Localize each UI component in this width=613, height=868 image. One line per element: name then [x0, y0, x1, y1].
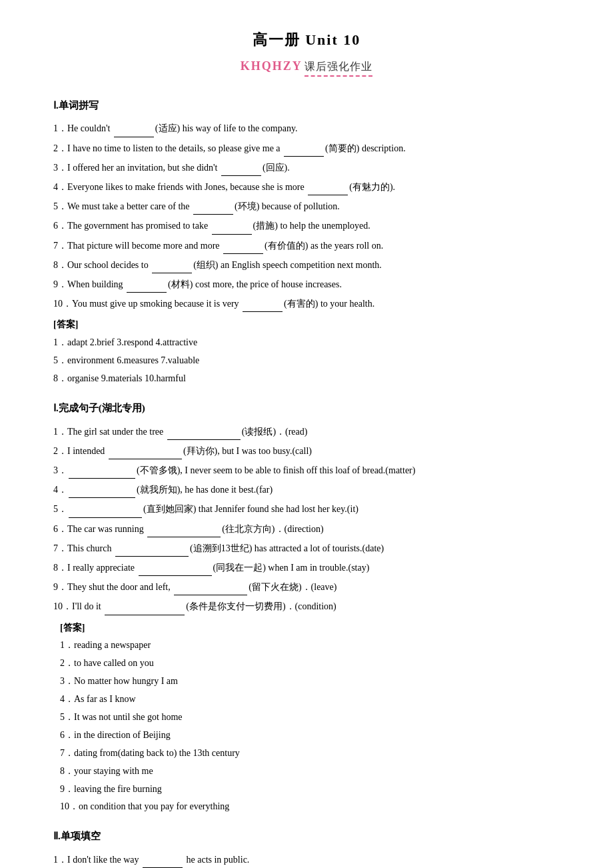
q1-4: 4．Everyone likes to make friends with Jo… [53, 179, 560, 195]
ans2-1: 1．reading a newspaper [60, 637, 560, 654]
q1-1: 1．He couldn't (适应) his way of life to th… [53, 120, 560, 137]
page-title: 高一册 Unit 10 KHQHZY 课后强化作业 [53, 27, 560, 77]
q2-1: 1．The girl sat under the tree (读报纸)．(rea… [53, 423, 560, 440]
section2-header: Ⅰ.完成句子(湖北专用) [53, 399, 560, 418]
q2-2: 2．I intended (拜访你), but I was too busy.(… [53, 443, 560, 459]
q1-9: 9．When building (材料) cost more, the pric… [53, 276, 560, 293]
q2-4: 4．(就我所知), he has done it best.(far) [53, 481, 560, 498]
q1-3: 3．I offered her an invitation, but she d… [53, 159, 560, 176]
section-multiple-choice: Ⅱ.单项填空 1．I don't like the way he acts in… [53, 827, 560, 868]
ans2-8: 8．your staying with me [60, 763, 560, 780]
section-spelling: Ⅰ.单词拼写 1．He couldn't (适应) his way of lif… [53, 97, 560, 387]
q2-7: 7．This church (追溯到13世纪) has attracted a … [53, 540, 560, 557]
section2-answers: [答案] 1．reading a newspaper 2．to have cal… [53, 619, 560, 816]
q2-3: 3．(不管多饿), I never seem to be able to fin… [53, 462, 560, 479]
ans2-9: 9．leaving the fire burning [60, 781, 560, 798]
q2-8: 8．I really appreciate (同我在一起) when I am … [53, 559, 560, 576]
ans2-5: 5．It was not until she got home [60, 709, 560, 726]
ans2-2: 2．to have called on you [60, 655, 560, 672]
ans2-3: 3．No matter how hungry I am [60, 673, 560, 690]
q1-8: 8．Our school decides to (组织) an English … [53, 257, 560, 273]
ans2-4: 4．As far as I know [60, 691, 560, 708]
answer1-row3: 8．organise 9.materials 10.harmful [53, 370, 560, 387]
q2-10: 10．I'll do it (条件是你支付一切费用)．(condition) [53, 598, 560, 615]
section1-answers: [答案] 1．adapt 2.brief 3.respond 4.attract… [53, 316, 560, 387]
q1-6: 6．The government has promised to take (措… [53, 217, 560, 234]
q1-5: 5．We must take a better care of the (环境)… [53, 198, 560, 215]
q1-2: 2．I have no time to listen to the detail… [53, 140, 560, 157]
q1-7: 7．That picture will become more and more… [53, 237, 560, 254]
subtitle-zh: 课后强化作业 [305, 60, 372, 77]
q2-6: 6．The car was running (往北京方向)．(direction… [53, 521, 560, 537]
q2-5: 5．(直到她回家) that Jennifer found she had lo… [53, 501, 560, 517]
ans2-7: 7．dating from(dating back to) the 13th c… [60, 745, 560, 762]
section1-header: Ⅰ.单词拼写 [53, 97, 560, 115]
q2-9: 9．They shut the door and left, (留下火在烧)．(… [53, 579, 560, 595]
answer1-row1: 1．adapt 2.brief 3.respond 4.attractive [53, 334, 560, 351]
section2-questions: 1．The girl sat under the tree (读报纸)．(rea… [53, 423, 560, 615]
ans2-6: 6．in the direction of Beijing [60, 727, 560, 744]
q1-10: 10．You must give up smoking because it i… [53, 295, 560, 312]
section3-header: Ⅱ.单项填空 [53, 827, 560, 846]
ans2-10: 10．on condition that you pay for everyth… [60, 798, 560, 815]
section1-questions: 1．He couldn't (适应) his way of life to th… [53, 120, 560, 312]
answer1-row2: 5．environment 6.measures 7.valuable [53, 352, 560, 369]
section-complete: Ⅰ.完成句子(湖北专用) 1．The girl sat under the tr… [53, 399, 560, 815]
subtitle-en: KHQHZY [241, 59, 303, 73]
q3-1: 1．I don't like the way he acts in public… [53, 851, 560, 868]
